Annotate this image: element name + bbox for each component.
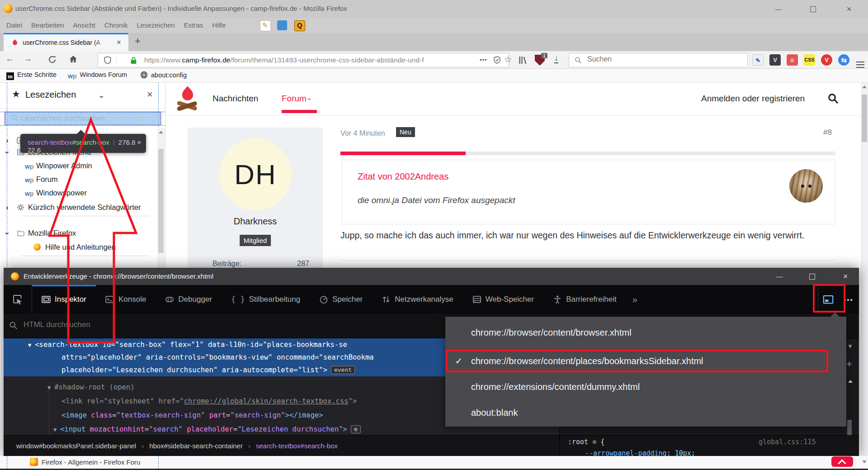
tree-chevron-icon[interactable]: › [6,136,9,145]
devtools-tab-inspektor[interactable]: Inspektor [32,285,96,314]
devtools-tab-web-speicher[interactable]: Web-Speicher [463,285,543,314]
event-badge[interactable]: event [331,366,355,374]
rule-source-link[interactable]: global.css:115 [759,438,816,446]
dropdown-item-2[interactable]: ✓chrome://browser/content/places/bookmar… [445,350,846,372]
devtools-close-button[interactable]: × [836,271,854,282]
permissions-shield-icon[interactable] [493,56,501,64]
sidebar-item-mozilla-firefox[interactable]: ›Mozilla Firefox [0,228,157,240]
menu-item-datei[interactable]: Datei [2,18,27,29]
iframe-picker-button[interactable] [818,285,838,314]
expand-arrow-icon[interactable]: ▼ [47,385,54,391]
download-icon[interactable]: ↓ [554,53,558,63]
window-titlebar: userChrome.css Sidebar (Abstände und Far… [0,0,868,18]
sidebar-switcher-chevron-icon[interactable]: › [97,95,106,98]
devtools-tab-stilbearbeitung[interactable]: { }Stilbearbeitung [222,285,310,314]
forward-icon[interactable]: → [24,54,32,64]
bookmark-1[interactable]: mErste Schritte [6,71,57,80]
tracking-shield-icon[interactable] [104,56,112,64]
menu-item-extras[interactable]: Extras [179,18,208,29]
search-input[interactable] [586,55,737,64]
rule-selector[interactable]: :root ⊕ { [568,438,604,446]
post-number[interactable]: #8 [823,128,832,137]
bookmark-3[interactable]: about:config [140,71,187,80]
page-actions-icon[interactable]: ••• [480,57,487,63]
menu-item-ansicht[interactable]: Ansicht [69,18,100,29]
dropdown-item-1[interactable]: chrome://browser/content/browser.xhtml [445,321,846,344]
ext-css-icon[interactable]: CSS [804,54,815,66]
element-picker-icon[interactable] [4,285,32,314]
rules-filter-chevron-icon[interactable]: ▼ [847,343,853,350]
devtools-tab-barrierefreiheit[interactable]: Barrierefreiheit [543,285,626,314]
nav-messages[interactable]: Nachrichten [212,94,258,104]
reload-icon[interactable] [48,55,57,64]
member-avatar[interactable]: DH [219,138,292,211]
menu-item-lesezeichen[interactable]: Lesezeichen [132,18,179,29]
expand-arrow-icon[interactable]: ▼ [28,342,35,348]
event-badge[interactable]: e [351,425,361,433]
add-rule-icon[interactable]: + [846,358,852,370]
sidebar-item-k-rzlich-verwendete-schlagw-rter[interactable]: ›Kürzlich verwendete Schlagwörter [0,202,157,214]
tab-close-icon[interactable]: × [117,38,121,47]
devtools-tab-konsole[interactable]: Konsole [96,285,156,314]
nav-forum[interactable]: Forum › [282,94,311,104]
dropdown-item-3[interactable]: chrome://extensions/content/dummy.xhtml [445,375,846,398]
page-scrollbar[interactable] [861,83,868,470]
folder-addon-icon[interactable] [277,20,287,30]
url-bar[interactable]: https://www.camp-firefox.de/forum/thema/… [98,53,509,67]
devtools-tab-netzwerkanalyse[interactable]: Netzwerkanalyse [372,285,462,314]
window-minimize-button[interactable]: — [769,4,788,14]
search-addon-icon[interactable]: Q [294,20,305,31]
devtools-menu-icon[interactable]: ••• [838,296,859,304]
breadcrumb-item-3[interactable]: search-textbox#search-box [256,442,338,450]
quote-author-avatar[interactable] [789,169,823,203]
library-icon[interactable] [518,56,528,65]
menu-item-hilfe[interactable]: Hilfe [208,18,230,29]
sidebar-item-windowspower[interactable]: wpWindowspower [0,188,157,199]
expand-arrow-icon[interactable]: ▼ [53,427,60,433]
window-maximize-button[interactable] [803,4,823,14]
ext-sync-icon[interactable]: ⇆ [838,54,849,66]
page-footer-strip: Firefox - Allgemein - Firefox Foru [0,456,868,469]
breadcrumb-item-1[interactable]: window#bookmarksPanel.sidebar-panel [16,442,136,450]
tree-chevron-icon[interactable]: › [3,232,12,235]
menu-item-bearbeiten[interactable]: Bearbeiten [27,18,69,29]
tab-overflow-chevrons-icon[interactable]: » [626,285,644,314]
window-close-button[interactable]: × [839,4,859,14]
ext-v-dark-icon[interactable]: V [769,54,781,66]
tree-chevron-icon[interactable]: › [6,203,9,212]
quote-title-link[interactable]: Zitat von 2002Andreas [358,171,448,182]
tree-chevron-icon[interactable]: › [3,151,12,154]
sidebar-item-winpower-admin[interactable]: wpWinpower Admin [0,161,157,172]
sidebar-item-forum[interactable]: wpForum [0,174,157,186]
forum-search-icon[interactable] [827,93,839,104]
scroll-to-top-button[interactable] [831,456,853,467]
html-search-input[interactable] [23,320,296,330]
ext-v-red-icon[interactable]: V [821,54,832,66]
member-name[interactable]: Dharkness [188,216,323,227]
breadcrumb-item-2[interactable]: hbox#sidebar-search-container [149,442,243,450]
notes-addon-icon[interactable]: ✎ [260,20,271,31]
ext-quill-icon[interactable]: ✎ [752,54,764,66]
menu-item-chronik[interactable]: Chronik [100,18,132,29]
ext-scroll-icon[interactable]: ≡ [787,54,798,66]
devtools-maximize-button[interactable] [803,271,821,282]
tab-userchrome[interactable]: userChrome.css Sidebar (A × [4,33,128,51]
devtools-tab-speicher[interactable]: Speicher [310,285,372,314]
dropdown-item-4[interactable]: about:blank [445,401,846,424]
devtools-tab-debugger[interactable]: Debugger [156,285,222,314]
sidebar-title[interactable]: Lesezeichen [25,90,76,100]
lock-secure-icon[interactable] [130,57,137,64]
login-link[interactable]: Anmelden oder registrieren [701,94,805,104]
new-tab-button[interactable]: + [135,35,141,47]
post-timestamp[interactable]: Vor 4 Minuten [340,129,385,138]
footer-breadcrumb-link[interactable]: Firefox - Allgemein - Firefox Foru [42,458,157,466]
hamburger-menu-icon[interactable] [856,56,864,64]
back-icon[interactable]: ← [5,54,14,64]
bookmark-star-icon[interactable]: ☆ [504,54,512,65]
search-bar[interactable] [569,53,748,67]
sidebar-close-icon[interactable]: × [147,89,153,100]
bookmark-2[interactable]: wpWindows Forum [68,71,127,80]
sidebar-item-hilfe-und-anleitungen[interactable]: Hilfe und Anleitungen [0,242,157,254]
devtools-minimize-button[interactable]: — [770,271,788,282]
home-icon[interactable] [69,55,78,64]
